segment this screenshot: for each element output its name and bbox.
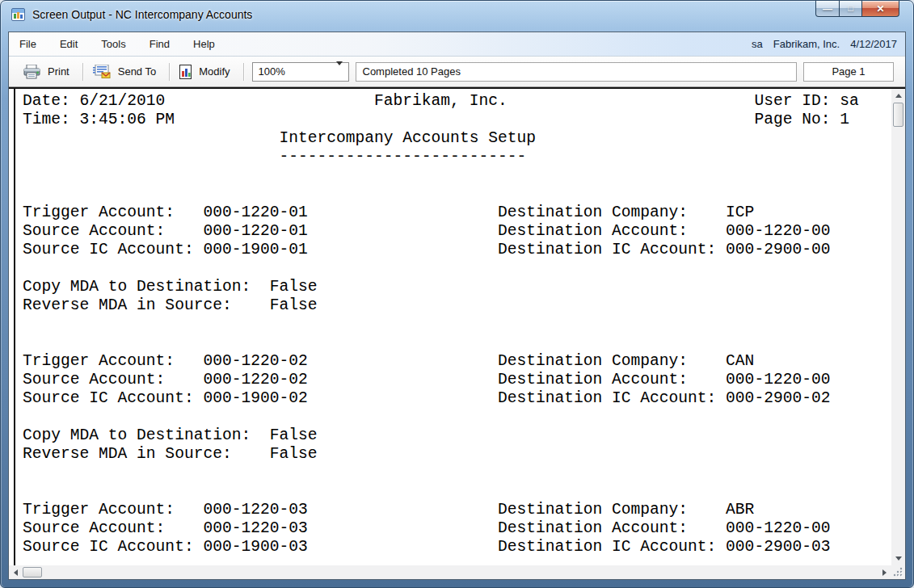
toolbar-separator xyxy=(243,63,244,81)
vertical-scroll-thumb[interactable] xyxy=(893,103,903,127)
report-page: Date: 6/21/2010 Fabrikam, Inc. User ID: … xyxy=(9,89,891,565)
client-area: File Edit Tools Find Help sa Fabrikam, I… xyxy=(8,32,906,580)
print-button[interactable]: Print xyxy=(17,61,79,82)
printer-icon xyxy=(23,65,40,79)
vertical-scrollbar[interactable] xyxy=(891,89,905,565)
report-text: Date: 6/21/2010 Fabrikam, Inc. User ID: … xyxy=(23,92,891,556)
resize-grip[interactable] xyxy=(891,565,905,579)
zoom-value: 100% xyxy=(259,65,285,78)
resize-grip-icon xyxy=(893,567,903,578)
zoom-select[interactable]: 100% xyxy=(252,62,349,82)
scroll-up-button[interactable] xyxy=(891,89,905,103)
page-field[interactable]: Page 1 xyxy=(803,62,894,82)
menu-tools[interactable]: Tools xyxy=(101,34,139,54)
app-icon xyxy=(11,8,25,21)
session-company: Fabrikam, Inc. xyxy=(773,38,840,50)
status-text: Completed 10 Pages xyxy=(363,65,461,78)
status-field: Completed 10 Pages xyxy=(356,62,798,82)
titlebar[interactable]: Screen Output - NC Intercompany Accounts… xyxy=(1,1,913,32)
minimize-button[interactable]: — xyxy=(815,1,840,17)
horizontal-scroll-thumb[interactable] xyxy=(23,567,42,578)
modify-label: Modify xyxy=(199,65,230,78)
scroll-right-button[interactable] xyxy=(878,565,891,579)
print-label: Print xyxy=(48,65,69,78)
menu-file[interactable]: File xyxy=(19,34,50,54)
dropdown-arrow-icon[interactable] xyxy=(331,65,348,78)
page-indicator: Page 1 xyxy=(832,65,865,78)
send-to-label: Send To xyxy=(118,65,156,78)
vertical-scroll-track[interactable] xyxy=(891,127,905,552)
scroll-left-icon xyxy=(14,569,18,576)
menu-edit[interactable]: Edit xyxy=(60,34,91,54)
session-info: sa Fabrikam, Inc. 4/12/2017 xyxy=(752,38,897,50)
modify-button[interactable]: Modify xyxy=(173,61,239,82)
close-icon: ✕ xyxy=(876,4,884,14)
session-user: sa xyxy=(752,38,763,50)
send-to-icon xyxy=(93,65,111,78)
menu-find[interactable]: Find xyxy=(150,34,183,54)
scroll-up-icon xyxy=(895,94,902,98)
menu-help[interactable]: Help xyxy=(193,34,229,54)
horizontal-scroll-track[interactable] xyxy=(42,565,878,579)
report-viewport: Date: 6/21/2010 Fabrikam, Inc. User ID: … xyxy=(9,87,905,565)
menubar: File Edit Tools Find Help sa Fabrikam, I… xyxy=(9,32,905,57)
minimize-icon: — xyxy=(823,4,832,14)
scroll-down-button[interactable] xyxy=(891,552,905,565)
toolbar-separator xyxy=(169,63,170,81)
send-to-button[interactable]: Send To xyxy=(86,61,166,82)
maximize-button[interactable]: □ xyxy=(839,1,862,17)
toolbar-separator xyxy=(82,63,83,81)
horizontal-scrollbar[interactable] xyxy=(9,565,891,579)
maximize-icon: □ xyxy=(848,4,853,13)
hscroll-row xyxy=(9,565,905,579)
scroll-left-button[interactable] xyxy=(9,565,23,579)
scroll-down-icon xyxy=(895,556,902,561)
scroll-right-icon xyxy=(882,569,887,576)
toolbar: Print Send To xyxy=(9,57,905,87)
window-title: Screen Output - NC Intercompany Accounts xyxy=(32,8,252,21)
application-window: Screen Output - NC Intercompany Accounts… xyxy=(0,0,914,588)
close-button[interactable]: ✕ xyxy=(861,1,899,17)
modify-icon xyxy=(179,65,192,79)
window-controls: — □ ✕ xyxy=(816,1,899,17)
session-date: 4/12/2017 xyxy=(850,38,897,50)
